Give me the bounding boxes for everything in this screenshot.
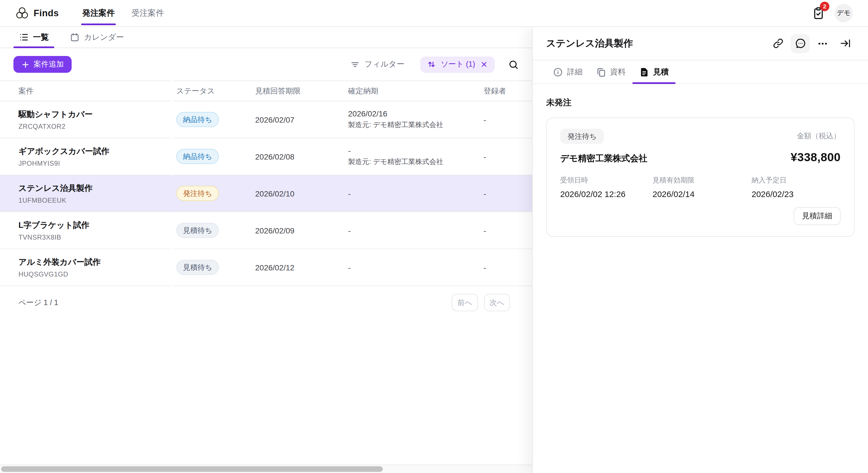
manufacturer: 製造元: デモ精密工業株式会社 — [348, 120, 443, 130]
prev-page-button[interactable]: 前へ — [452, 294, 478, 311]
status-badge: 納品待ち — [176, 112, 219, 127]
panel-tab-documents[interactable]: 資料 — [589, 60, 632, 83]
panel-header: ステンレス治具製作 — [533, 27, 868, 60]
column-header-quote-deadline: 見積回答期限 — [255, 86, 348, 96]
panel-tab-details[interactable]: 詳細 — [546, 60, 589, 83]
column-header-registrant: 登録者 — [484, 86, 532, 96]
add-case-button[interactable]: 案件追加 — [13, 56, 72, 73]
case-name: アルミ外装カバー試作 — [19, 257, 170, 267]
case-id: JPOHMYIS9I — [19, 159, 170, 167]
panel-tab-quote[interactable]: 見積 — [632, 60, 676, 83]
brand-name: Finds — [34, 8, 59, 19]
quote-deadline: 2026/02/09 — [255, 226, 294, 235]
nav-item-juchu-anken[interactable]: 受注案件 — [130, 0, 165, 26]
quote-amount: ¥338,800 — [791, 151, 841, 164]
table-row[interactable]: 駆動シャフトカバー ZRCQATXOR2 納品待ち 2026/02/07 202… — [0, 101, 532, 138]
notifications-button[interactable]: 2 — [809, 4, 828, 23]
sort-chip[interactable]: ソート (1) — [420, 56, 495, 72]
status-badge: 発注待ち — [176, 186, 219, 201]
info-icon — [553, 67, 563, 77]
comments-button[interactable] — [791, 34, 810, 53]
confirmed-delivery: 2026/02/16 — [348, 109, 387, 118]
quote-status-badge: 発注待ち — [560, 129, 604, 144]
horizontal-scrollbar[interactable] — [0, 465, 532, 473]
plus-icon — [21, 60, 30, 68]
collapse-right-icon — [839, 37, 851, 49]
nav-item-hacchu-anken[interactable]: 発注案件 — [81, 0, 116, 26]
horizontal-scrollbar-thumb[interactable] — [1, 466, 383, 472]
case-list-region: 一覧 カレンダー 案件追加 — [0, 27, 532, 473]
view-tabs: 一覧 カレンダー — [0, 27, 532, 48]
search-button[interactable] — [508, 59, 519, 70]
quote-deadline: 2026/02/08 — [255, 152, 294, 161]
top-nav: 発注案件 受注案件 — [81, 0, 165, 26]
quote-deadline: 2026/02/10 — [255, 189, 294, 198]
case-name: 駆動シャフトカバー — [19, 109, 170, 119]
case-id: 1UFMBOEEUK — [19, 196, 170, 204]
filter-icon — [351, 60, 360, 69]
panel-title: ステンレス治具製作 — [546, 37, 765, 50]
column-header-confirmed-delivery: 確定納期 — [348, 86, 484, 96]
avatar[interactable]: デモ — [834, 4, 853, 22]
column-header-status: ステータス — [173, 86, 255, 96]
quote-deadline: 2026/02/12 — [255, 263, 294, 272]
link-icon — [772, 37, 784, 49]
copy-link-button[interactable] — [768, 34, 787, 53]
registrant: - — [484, 189, 486, 198]
confirmed-delivery: - — [348, 189, 351, 198]
registrant: - — [484, 226, 486, 235]
case-id: ZRCQATXOR2 — [19, 122, 170, 130]
case-id: HUQSGVG1GD — [19, 270, 170, 278]
case-detail-panel: ステンレス治具製作 — [532, 27, 868, 473]
next-page-button[interactable]: 次へ — [484, 294, 510, 311]
table-row[interactable]: L字ブラケット試作 TVNSR3X8IB 見積待ち 2026/02/09 - - — [0, 212, 532, 249]
case-name: ギアボックスカバー試作 — [19, 146, 170, 156]
workspace: 一覧 カレンダー 案件追加 — [0, 27, 868, 473]
status-badge: 見積待ち — [176, 223, 219, 238]
pagination: ページ 1 / 1 前へ 次へ — [0, 286, 532, 311]
tab-list-view[interactable]: 一覧 — [13, 27, 54, 48]
panel-tabs: 詳細 資料 — [533, 60, 868, 84]
app-window: Finds 発注案件 受注案件 2 デモ — [0, 0, 868, 473]
quote-deadline: 2026/02/07 — [255, 115, 294, 124]
supplier-name: デモ精密工業株式会社 — [560, 153, 647, 165]
registrant: - — [484, 115, 486, 124]
registrant: - — [484, 152, 486, 161]
close-panel-button[interactable] — [836, 34, 855, 53]
status-badge: 納品待ち — [176, 149, 219, 164]
column-header-case: 案件 — [0, 81, 170, 101]
status-badge: 見積待ち — [176, 260, 219, 275]
case-name: ステンレス治具製作 — [19, 183, 170, 194]
confirmed-delivery: - — [348, 263, 351, 272]
table-row[interactable]: ギアボックスカバー試作 JPOHMYIS9I 納品待ち 2026/02/08 -… — [0, 138, 532, 175]
notification-count-badge: 2 — [820, 1, 829, 11]
case-id: TVNSR3X8IB — [19, 233, 170, 241]
copy-pages-icon — [596, 67, 606, 77]
confirmed-delivery: - — [348, 226, 351, 235]
list-icon — [19, 32, 29, 42]
brand[interactable]: Finds — [15, 6, 59, 20]
field-quote-validity: 見積有効期限 2026/02/14 — [653, 176, 752, 199]
toolbar: 案件追加 フィルター ソート (1) — [0, 48, 532, 81]
field-planned-delivery: 納入予定日 2026/02/23 — [752, 176, 794, 199]
table-row[interactable]: アルミ外装カバー試作 HUQSGVG1GD 見積待ち 2026/02/12 - … — [0, 249, 532, 286]
amount-label: 金額（税込） — [797, 129, 841, 141]
confirmed-delivery: - — [348, 146, 351, 155]
sort-arrows-icon — [427, 60, 436, 69]
document-icon — [639, 67, 649, 77]
quote-card: 発注待ち 金額（税込） デモ精密工業株式会社 ¥338,800 受領日時 202… — [546, 118, 855, 237]
tab-calendar-view[interactable]: カレンダー — [64, 27, 129, 48]
panel-body: 未発注 発注待ち 金額（税込） デモ精密工業株式会社 ¥338,800 受領日時… — [533, 84, 868, 473]
manufacturer: 製造元: デモ精密工業株式会社 — [348, 157, 443, 167]
table-row-selected[interactable]: ステンレス治具製作 1UFMBOEEUK 発注待ち 2026/02/10 - - — [0, 175, 532, 212]
chat-bubble-icon — [795, 37, 806, 49]
ellipsis-icon — [817, 38, 828, 49]
quote-detail-button[interactable]: 見積詳細 — [794, 207, 841, 225]
calendar-icon — [70, 32, 80, 42]
filter-button[interactable]: フィルター — [347, 59, 408, 70]
table-header-row: 案件 ステータス 見積回答期限 確定納期 登録者 — [0, 81, 532, 101]
more-actions-button[interactable] — [813, 34, 832, 53]
page-indicator: ページ 1 / 1 — [19, 297, 58, 307]
top-bar: Finds 発注案件 受注案件 2 デモ — [0, 0, 868, 27]
clear-sort-icon[interactable] — [480, 60, 488, 68]
